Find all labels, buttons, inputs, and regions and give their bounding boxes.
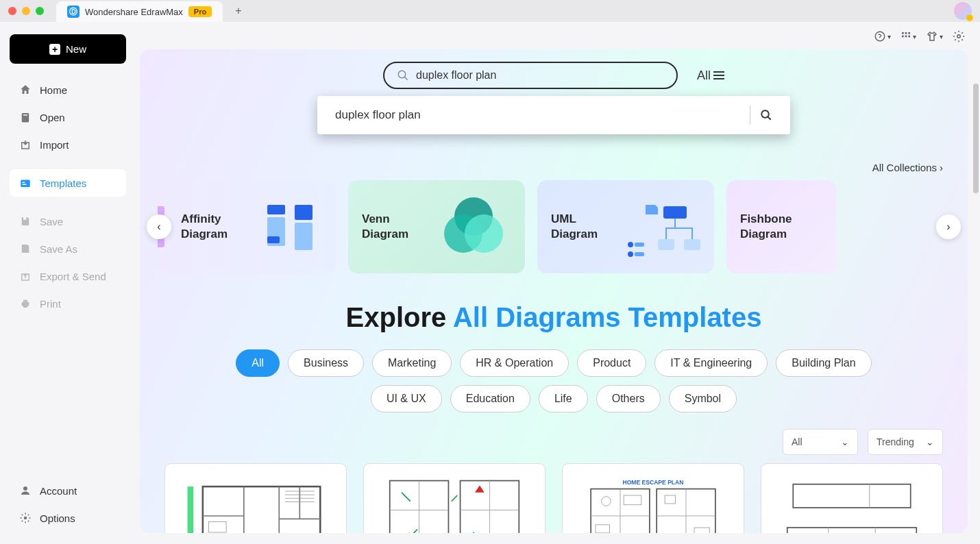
save-as-icon (19, 243, 32, 255)
chip-education[interactable]: Education (450, 385, 530, 412)
new-button[interactable]: + New (10, 34, 126, 64)
template-card[interactable] (761, 463, 943, 533)
svg-point-39 (628, 242, 633, 247)
svg-point-19 (398, 71, 406, 78)
filter-label: All (792, 436, 803, 447)
svg-rect-36 (663, 206, 687, 219)
chip-building-plan[interactable]: Building Plan (776, 349, 871, 377)
window-maximize[interactable] (36, 7, 44, 15)
search-submit-icon[interactable] (760, 109, 772, 121)
divider (750, 106, 750, 125)
sidebar-item-account[interactable]: Account (10, 477, 126, 504)
user-avatar[interactable] (954, 2, 972, 20)
window-close[interactable] (8, 7, 16, 15)
chip-ui-ux[interactable]: UI & UX (371, 385, 442, 412)
search-input[interactable] (416, 69, 664, 82)
svg-rect-1 (23, 114, 27, 116)
toolbar: ▾ ▾ ▾ (140, 26, 968, 49)
chip-life[interactable]: Life (539, 385, 588, 412)
svg-point-9 (23, 486, 27, 491)
sidebar-item-label: Open (40, 112, 65, 123)
svg-rect-8 (23, 305, 27, 308)
sidebar-item-label: Import (40, 139, 69, 151)
svg-point-11 (875, 32, 885, 41)
sidebar-item-save: Save (10, 208, 126, 235)
open-icon (19, 111, 32, 123)
sidebar-item-label: Account (40, 485, 77, 497)
chevron-right-icon: › (940, 162, 943, 173)
card-affinity-diagram[interactable]: Affinity Diagram (158, 180, 336, 273)
carousel-next[interactable]: › (936, 214, 961, 239)
templates-icon (19, 177, 32, 189)
chip-others[interactable]: Others (596, 385, 661, 412)
chip-it-engineering[interactable]: IT & Engineering (654, 349, 768, 377)
floorplan-thumbnail (371, 475, 538, 533)
carousel-prev[interactable]: ‹ (147, 214, 171, 239)
sidebar: + New Home Open Import (0, 22, 136, 544)
svg-rect-45 (208, 522, 226, 532)
sidebar-item-label: Options (40, 512, 75, 524)
gear-icon (19, 512, 32, 524)
window-minimize[interactable] (22, 7, 30, 15)
chip-marketing[interactable]: Marketing (372, 349, 452, 377)
sidebar-item-label: Home (40, 84, 67, 96)
app-logo-icon: Ⓓ (67, 5, 79, 18)
search-dropdown[interactable] (317, 96, 790, 134)
sidebar-item-home[interactable]: Home (10, 76, 126, 103)
apps-icon[interactable]: ▾ (901, 30, 916, 42)
print-icon (19, 297, 32, 310)
uml-icon (625, 193, 700, 261)
card-uml-diagram[interactable]: UML Diagram (537, 180, 714, 273)
floorplan-thumbnail (768, 475, 935, 533)
sort-dropdown[interactable]: Trending ⌄ (868, 429, 943, 455)
settings-icon[interactable] (953, 30, 965, 42)
sidebar-item-import[interactable]: Import (10, 131, 126, 158)
collections-label: All Collections (872, 162, 937, 173)
template-card[interactable] (164, 463, 347, 533)
template-grid: HOME ESCAPE PLAN (158, 463, 950, 533)
sidebar-item-print: Print (10, 290, 126, 317)
svg-rect-57 (787, 528, 917, 533)
svg-rect-2 (21, 180, 30, 188)
svg-rect-55 (694, 528, 709, 533)
svg-rect-42 (635, 252, 644, 256)
template-card[interactable] (363, 463, 546, 533)
svg-point-41 (628, 251, 633, 257)
card-venn-diagram[interactable]: Venn Diagram (348, 180, 525, 273)
help-icon[interactable]: ▾ (874, 30, 891, 42)
chip-symbol[interactable]: Symbol (669, 385, 737, 412)
import-icon (19, 138, 32, 151)
chip-product[interactable]: Product (577, 349, 646, 377)
new-tab-button[interactable]: + (235, 5, 241, 17)
sidebar-item-label: Save As (40, 243, 77, 255)
svg-rect-5 (23, 217, 27, 220)
svg-rect-56 (793, 484, 910, 508)
svg-rect-28 (267, 205, 285, 214)
search-pill[interactable] (383, 62, 678, 89)
save-icon (19, 215, 32, 227)
search-dropdown-input[interactable] (335, 108, 740, 122)
card-label: Venn Diagram (362, 212, 426, 242)
scrollbar[interactable] (973, 84, 979, 193)
pro-badge: Pro (188, 6, 212, 17)
all-collections-link[interactable]: All Collections › (164, 162, 943, 173)
chip-all[interactable]: All (236, 349, 280, 377)
sidebar-item-open[interactable]: Open (10, 103, 126, 131)
chip-hr-operation[interactable]: HR & Operation (460, 349, 569, 377)
sidebar-item-templates[interactable]: Templates (10, 169, 126, 197)
all-filter-toggle[interactable]: All (697, 69, 724, 83)
svg-rect-44 (203, 486, 320, 533)
export-icon (19, 270, 32, 282)
card-fishbone-diagram[interactable]: Fishbone Diagram (726, 180, 836, 273)
sidebar-item-options[interactable]: Options (10, 504, 126, 532)
filter-dropdown[interactable]: All ⌄ (783, 429, 858, 455)
plus-icon: + (49, 44, 60, 55)
card-label: UML Diagram (551, 212, 615, 242)
app-tab[interactable]: Ⓓ Wondershare EdrawMax Pro (56, 1, 223, 22)
template-card[interactable]: HOME ESCAPE PLAN (562, 463, 744, 533)
collection-carousel: ‹ › Affinity D (158, 180, 950, 273)
chip-business[interactable]: Business (288, 349, 364, 377)
svg-rect-29 (295, 205, 313, 220)
account-icon (19, 484, 32, 497)
shirt-icon[interactable]: ▾ (926, 30, 943, 42)
